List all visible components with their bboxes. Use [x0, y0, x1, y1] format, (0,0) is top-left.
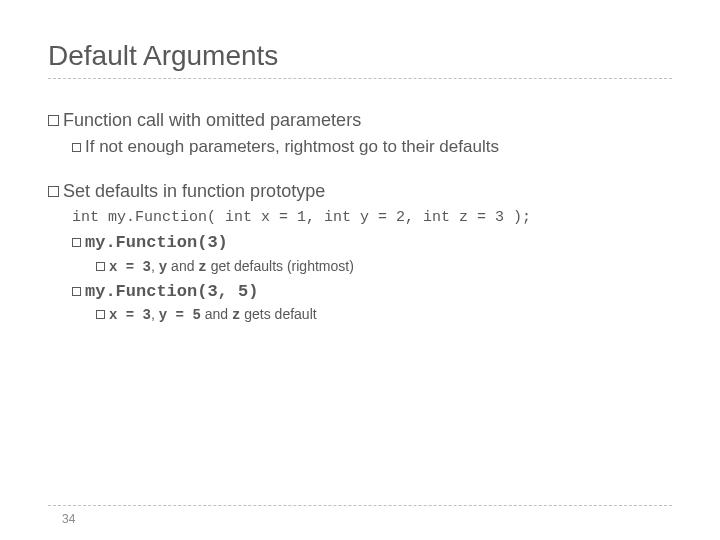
bullet-icon	[48, 115, 59, 126]
ex1-c1: ,	[151, 258, 159, 274]
ex1-z: z	[198, 259, 206, 275]
bullet-icon	[72, 287, 81, 296]
bullet-icon	[72, 143, 81, 152]
ex2-y: y = 5	[159, 307, 201, 323]
slide-body: Function call with omitted parameters If…	[48, 107, 672, 326]
example-1-call: my.Function(3)	[85, 233, 228, 252]
bullet-icon	[96, 310, 105, 319]
ex2-c1: ,	[151, 306, 159, 322]
divider-bottom	[48, 505, 672, 506]
bullet-1-text: Function call with omitted parameters	[63, 110, 361, 130]
bullet-1: Function call with omitted parameters	[48, 107, 672, 134]
example-2-call: my.Function(3, 5)	[85, 282, 258, 301]
example-1: my.Function(3)	[72, 229, 672, 256]
ex1-and: and	[167, 258, 198, 274]
example-2-expl: x = 3, y = 5 and z gets default	[96, 304, 672, 326]
ex2-tail: gets default	[240, 306, 316, 322]
example-1-expl: x = 3, y and z get defaults (rightmost)	[96, 256, 672, 278]
bullet-2-text: Set defaults in function prototype	[63, 181, 325, 201]
bullet-1-sub-text: If not enough parameters, rightmost go t…	[85, 137, 499, 156]
example-2: my.Function(3, 5)	[72, 278, 672, 305]
bullet-2: Set defaults in function prototype	[48, 178, 672, 205]
bullet-icon	[96, 262, 105, 271]
page-title: Default Arguments	[48, 40, 672, 72]
ex1-tail: get defaults (rightmost)	[207, 258, 354, 274]
divider-top	[48, 78, 672, 79]
ex1-y: y	[159, 259, 167, 275]
bullet-1-sub: If not enough parameters, rightmost go t…	[72, 134, 672, 160]
code-prototype: int my.Function( int x = 1, int y = 2, i…	[72, 207, 672, 230]
ex1-x: x = 3	[109, 259, 151, 275]
ex2-and: and	[201, 306, 232, 322]
page-number: 34	[62, 512, 75, 526]
bullet-icon	[72, 238, 81, 247]
ex2-x: x = 3	[109, 307, 151, 323]
bullet-icon	[48, 186, 59, 197]
